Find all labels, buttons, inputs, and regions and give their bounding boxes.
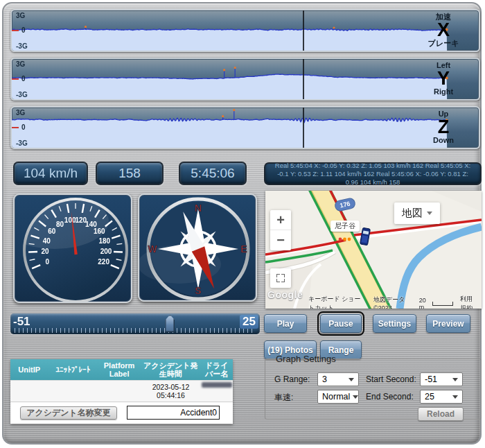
g-graph-y[interactable]: 3G 0 -3G Left Y Right [10, 58, 480, 101]
telemetry-log: Real 5:45:04 X: -0.05 Y: 0.32 Z: 1.05 10… [264, 162, 482, 185]
play-button[interactable]: Play [264, 314, 307, 333]
app-window: 3G 0 -3G 加速 X ブレーキ 3G 0 -3G Left Y Right… [0, 0, 485, 448]
start-second-label: Start Second: [366, 374, 416, 384]
accident-name-input[interactable] [127, 406, 220, 420]
map-data-label: 地図データ ©2023 [373, 295, 412, 309]
compass-icon: N S W E [139, 195, 256, 300]
map-attribution: キーボード ショートカット 地図データ ©2023 20 m 利用規約 [265, 298, 482, 309]
preview-button[interactable]: Preview [426, 314, 470, 333]
g-graph-x-plot [12, 10, 479, 51]
map-type-button[interactable]: 地図 [394, 203, 440, 224]
start-second-value: -51 [425, 374, 437, 384]
z-negative-label: Down [419, 136, 468, 144]
y-axis-min: -3G [16, 91, 28, 98]
settings-button[interactable]: Settings [373, 314, 416, 333]
svg-text:160: 160 [94, 227, 105, 235]
g-graph-y-plot [12, 59, 479, 99]
accident-table: UnitIP ﾕﾆｯﾄﾌﾟﾚｰﾄ Platform Label アクシデント発生… [10, 359, 233, 424]
timeline-thumb[interactable] [165, 315, 175, 332]
speedometer-gauge-icon: 020406080100120140160180200220 [15, 195, 131, 302]
vehicle-speed-value: Normal [322, 392, 350, 402]
vehicle-speed-label: 車速: [274, 392, 293, 404]
map[interactable]: 176 尼子谷 + − 地図 Google キーボード ショートカット 地図デー… [265, 191, 482, 309]
playhead-cursor[interactable] [303, 10, 304, 51]
graph-settings-group: Graph Settings G Range: 3 Start Second: … [265, 359, 482, 420]
playhead-cursor[interactable] [303, 59, 304, 99]
col-unit-plate: ﾕﾆｯﾄﾌﾟﾚｰﾄ [48, 359, 98, 380]
map-zoom-control: + − [270, 210, 291, 250]
timeline-end-label: 25 [240, 315, 258, 329]
playhead-cursor[interactable] [303, 107, 304, 148]
end-second-label: End Second: [366, 392, 414, 402]
pause-button[interactable]: Pause [320, 314, 362, 333]
time-readout: 5:45:06 [179, 162, 247, 185]
y-axis-zero: 0 [21, 75, 26, 83]
svg-text:0: 0 [46, 258, 50, 266]
timeline-ticks [15, 328, 256, 333]
redacted-driver-name [202, 382, 232, 388]
metal-frame: 3G 0 -3G 加速 X ブレーキ 3G 0 -3G Left Y Right… [2, 2, 482, 445]
map-place-label: 尼子谷 [330, 221, 360, 232]
y-axis-min: -3G [16, 42, 28, 50]
z-axis-letter: Z [419, 118, 468, 136]
chevron-down-icon [427, 212, 432, 215]
svg-text:200: 200 [100, 248, 112, 255]
table-row[interactable]: 2023-05-12 05:44:16 [10, 380, 233, 402]
reload-button[interactable]: Reload [418, 407, 464, 421]
graph-settings-legend: Graph Settings [272, 354, 340, 364]
x-axis-letter: X [419, 21, 468, 39]
terms-link[interactable]: 利用規約 [460, 295, 479, 309]
fullscreen-button[interactable] [270, 268, 291, 288]
x-negative-label: ブレーキ [419, 39, 468, 47]
y-axis-max: 3G [16, 12, 25, 19]
start-second-select[interactable]: -51 [420, 372, 463, 386]
compass-e-label: E [240, 243, 247, 255]
g-graph-x[interactable]: 3G 0 -3G 加速 X ブレーキ [10, 9, 480, 52]
g-graph-z-plot [12, 107, 479, 148]
compass-panel: N S W E [138, 193, 257, 302]
compass-s-label: S [195, 285, 201, 296]
table-header-row: UnitIP ﾕﾆｯﾄﾌﾟﾚｰﾄ Platform Label アクシデント発生… [10, 359, 233, 380]
timeline-start-label: -51 [13, 315, 30, 329]
zero-tick-red [11, 127, 19, 128]
svg-text:80: 80 [56, 221, 64, 228]
end-second-value: 25 [425, 392, 434, 402]
svg-text:20: 20 [41, 248, 49, 255]
rename-accident-button[interactable]: アクシデント名称変更 [20, 406, 117, 420]
y-axis-zero: 0 [21, 123, 26, 131]
accident-time: 05:44:16 [157, 391, 185, 399]
keyboard-shortcuts-link[interactable]: キーボード ショートカット [308, 295, 367, 309]
y-axis-max: 3G [16, 109, 25, 117]
y-negative-label: Right [419, 87, 468, 96]
svg-text:60: 60 [48, 227, 56, 235]
g-graph-z[interactable]: 3G 0 -3G Up Z Down [10, 106, 480, 149]
zero-tick-red [11, 78, 19, 80]
chevron-down-icon [353, 395, 358, 399]
svg-text:220: 220 [98, 258, 109, 266]
y-axis-zero: 0 [21, 26, 26, 34]
svg-text:40: 40 [43, 237, 51, 245]
zoom-in-button[interactable]: + [270, 210, 291, 230]
zero-tick-red [11, 30, 19, 31]
y-axis-letter: Y [419, 69, 468, 87]
col-accident-time: アクシデント発生時間 [141, 359, 200, 380]
heading-readout: 158 [96, 162, 164, 185]
map-scale-label: 20 m [419, 297, 430, 309]
col-platform-label: Platform Label [98, 359, 141, 380]
speedometer-panel: 020406080100120140160180200220 [13, 193, 132, 303]
vehicle-speed-select[interactable]: Normal [317, 390, 359, 404]
map-type-label: 地図 [402, 207, 423, 220]
zoom-out-button[interactable]: − [270, 230, 291, 250]
col-unitip: UnitIP [10, 359, 48, 380]
compass-n-label: N [195, 203, 202, 214]
table-actions-row: アクシデント名称変更 [10, 402, 233, 424]
g-range-select[interactable]: 3 [317, 372, 359, 386]
y-axis-max: 3G [16, 60, 25, 68]
timeline-slider[interactable]: -51 25 [10, 313, 260, 334]
speed-readout: 104 km/h [13, 162, 88, 185]
end-second-select[interactable]: 25 [420, 390, 463, 404]
chevron-down-icon [452, 395, 458, 399]
accident-date: 2023-05-12 [152, 383, 190, 391]
fullscreen-icon [276, 274, 285, 282]
compass-w-label: W [148, 243, 157, 255]
